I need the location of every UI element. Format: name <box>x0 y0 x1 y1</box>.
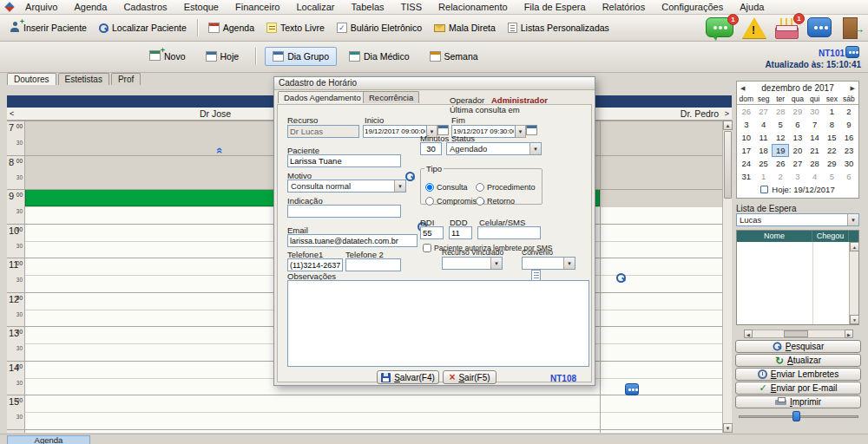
texto-livre-button[interactable]: Texto Livre <box>260 18 331 37</box>
calendar-day[interactable]: 15 <box>823 131 840 144</box>
menu-item-configuracoes[interactable]: Configurações <box>654 0 730 14</box>
chat-icon[interactable]: 1 <box>706 17 733 37</box>
imprimir-button[interactable]: Imprimir <box>735 395 861 408</box>
support-chat-icon[interactable] <box>845 46 859 58</box>
search-convenio-icon[interactable] <box>616 273 626 283</box>
menu-item-ajuda[interactable]: Ajuda <box>733 0 771 14</box>
calendar-day[interactable]: 22 <box>823 144 840 157</box>
inserir-paciente-button[interactable]: + Inserir Paciente <box>3 17 93 38</box>
tipo-procedimento-radio[interactable]: Procedimento <box>476 183 536 192</box>
tipo-retorno-radio[interactable]: Retorno <box>476 197 515 206</box>
tab-doutores[interactable]: Doutores <box>7 73 56 85</box>
tipo-consulta-radio[interactable]: Consulta <box>425 183 468 192</box>
motivo-select[interactable]: Consulta normal ▼ <box>287 180 406 193</box>
mala-direta-button[interactable]: Mala Direta <box>428 18 502 37</box>
agenda-bottom-tab[interactable]: Agenda <box>7 435 90 444</box>
calendar-day-selected[interactable]: 19 <box>772 144 789 157</box>
calendar-day[interactable]: 31 <box>738 170 755 183</box>
inicio-input[interactable] <box>363 125 427 138</box>
enviar-por-email-button[interactable]: ✓Enviar por E-mail <box>735 382 861 395</box>
semana-button[interactable]: Semana <box>422 47 486 66</box>
calendar-day[interactable]: 6 <box>789 118 806 131</box>
ddi-input[interactable] <box>420 226 444 239</box>
calendar-day[interactable]: 9 <box>840 118 858 131</box>
calendar-day[interactable]: 16 <box>840 131 858 144</box>
menu-item-localizar[interactable]: Localizar <box>289 0 341 14</box>
recurso-input[interactable] <box>287 125 359 138</box>
logout-icon[interactable]: → <box>840 17 863 39</box>
calendar-day[interactable]: 25 <box>755 157 773 170</box>
pesquisar-button[interactable]: Pesquisar <box>735 340 861 353</box>
prev-month-icon[interactable]: ◀ <box>740 85 745 92</box>
waiting-list-hscrollbar[interactable]: ◀ ▶ <box>744 330 853 338</box>
dialog-titlebar[interactable]: Cadastro de Horário <box>274 77 595 90</box>
birthday-icon[interactable]: 1 <box>775 17 799 39</box>
search-paciente-icon[interactable] <box>405 172 415 181</box>
calendar-day[interactable]: 11 <box>755 131 773 144</box>
scroll-down-icon[interactable]: ▼ <box>723 423 733 433</box>
calendar-day[interactable]: 1 <box>823 105 840 118</box>
menu-item-financeiro[interactable]: Financeiro <box>228 0 286 14</box>
calendar-day[interactable]: 30 <box>840 157 858 170</box>
telefone1-input[interactable] <box>287 258 343 271</box>
scroll-columns-left-icon[interactable]: < <box>10 109 14 119</box>
scroll-left-icon[interactable]: ◀ <box>744 330 753 338</box>
calendar-day[interactable]: 2 <box>772 170 789 183</box>
tab-dados-agendamento[interactable]: Dados Agendamento <box>278 91 367 103</box>
sair-button[interactable]: ×Sair(F5) <box>443 370 496 384</box>
scrollbar-thumb[interactable] <box>724 131 732 199</box>
menu-item-arquivo[interactable]: Arquivo <box>18 0 64 14</box>
tab-prof[interactable]: Prof <box>111 73 141 85</box>
scroll-down-icon[interactable]: ▼ <box>850 315 859 324</box>
calendar-day[interactable]: 29 <box>823 157 840 170</box>
support-chat-icon[interactable] <box>807 17 832 37</box>
email-input[interactable] <box>287 234 418 247</box>
status-select[interactable]: Agendado ▼ <box>446 142 542 155</box>
hour-row[interactable]: 150030 <box>7 395 722 429</box>
calendar-day[interactable]: 12 <box>772 131 789 144</box>
menu-item-agenda[interactable]: Agenda <box>67 0 114 14</box>
calendar-day[interactable]: 29 <box>789 105 806 118</box>
calendar-day[interactable]: 27 <box>789 157 806 170</box>
calendar-day[interactable]: 20 <box>789 144 806 157</box>
calendar-day[interactable]: 5 <box>823 170 840 183</box>
ddd-input[interactable] <box>449 226 472 239</box>
localizar-paciente-button[interactable]: Localizar Paciente <box>93 18 193 37</box>
dia-grupo-button[interactable]: Dia Grupo <box>265 47 337 66</box>
listas-personalizadas-button[interactable]: Listas Personalizadas <box>502 18 615 37</box>
tab-recorrencia[interactable]: Recorrência <box>363 91 419 103</box>
next-month-icon[interactable]: ▶ <box>851 85 855 92</box>
bulario-eletronico-button[interactable]: ✓ Bulário Eletrônico <box>331 18 428 37</box>
tab-estetistas[interactable]: Estetistas <box>58 73 109 85</box>
fim-dropdown-icon[interactable]: ▼ <box>516 125 526 138</box>
atualizar-button[interactable]: ↻Atualizar <box>735 354 861 367</box>
waiting-list-scrollbar[interactable]: ▲ ▼ <box>849 242 858 324</box>
convenio-select[interactable]: ▼ <box>522 257 575 270</box>
menu-item-tabelas[interactable]: Tabelas <box>345 0 391 14</box>
calendar-day[interactable]: 26 <box>772 157 789 170</box>
agenda-button[interactable]: Agenda <box>202 18 260 37</box>
alert-icon[interactable]: ! <box>742 17 766 38</box>
calendar-day[interactable]: 13 <box>789 131 806 144</box>
calendar-day[interactable]: 4 <box>806 170 824 183</box>
hour-row[interactable]: 160030 <box>7 429 722 434</box>
celular-input[interactable] <box>477 226 541 239</box>
enviar-lembretes-button[interactable]: Enviar Lembretes <box>735 368 861 381</box>
menu-item-relatorios[interactable]: Relatórios <box>595 0 653 14</box>
calendar-day[interactable]: 1 <box>755 170 773 183</box>
support-chat-icon[interactable] <box>625 383 639 395</box>
menu-item-relacionamento[interactable]: Relacionamento <box>431 0 515 14</box>
calendar-day[interactable]: 24 <box>738 157 755 170</box>
telefone2-input[interactable] <box>345 258 401 271</box>
dia-medico-button[interactable]: Dia Médico <box>341 47 418 66</box>
menu-item-fila-de-espera[interactable]: Fila de Espera <box>517 0 593 14</box>
calendar-day[interactable]: 7 <box>806 118 824 131</box>
calendar-day[interactable]: 21 <box>806 144 824 157</box>
calendar-day[interactable]: 4 <box>755 118 773 131</box>
minutos-input[interactable] <box>420 142 442 155</box>
salvar-button[interactable]: Salvar(F4) <box>377 370 439 384</box>
calendar-day[interactable]: 17 <box>738 144 755 157</box>
scroll-up-icon[interactable]: ▲ <box>850 242 859 251</box>
menu-item-tiss[interactable]: TISS <box>394 0 429 14</box>
menu-item-estoque[interactable]: Estoque <box>177 0 226 14</box>
